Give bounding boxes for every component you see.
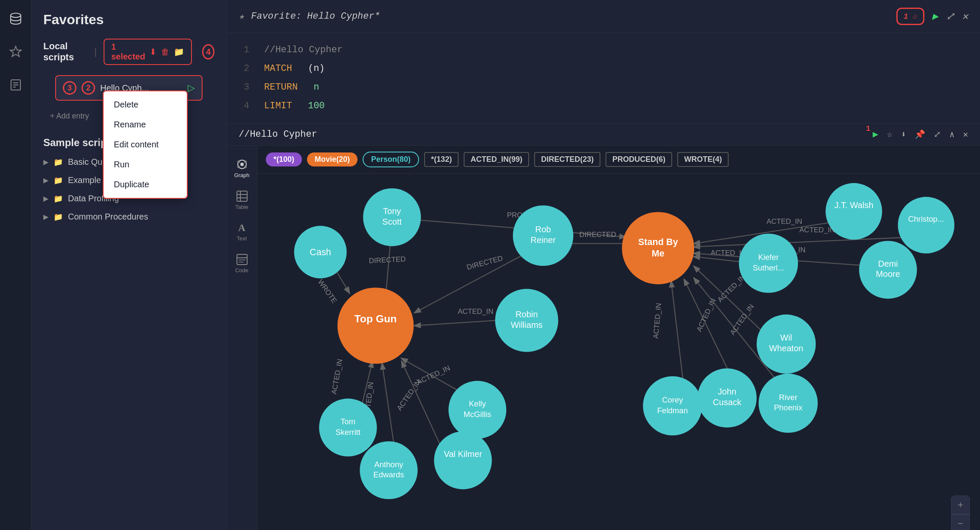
result-expand-button[interactable]: ⤢ bbox=[934, 129, 941, 140]
line-num-4: 4 bbox=[244, 97, 254, 116]
svg-text:Skerritt: Skerritt bbox=[335, 428, 361, 437]
tag-movie[interactable]: Movie(20) bbox=[307, 152, 358, 166]
script-run-button[interactable]: ▷ bbox=[188, 82, 195, 93]
editor-expand-button[interactable]: ⤢ bbox=[946, 10, 955, 23]
context-run[interactable]: Run bbox=[104, 155, 187, 175]
svg-text:Wil: Wil bbox=[780, 333, 792, 342]
tag-acted-in[interactable]: ACTED_IN(99) bbox=[464, 152, 529, 167]
tags-bar: *(100) Movie(20) Person(80) *(132) ACTED… bbox=[257, 146, 980, 174]
icon-sidebar bbox=[0, 0, 31, 530]
svg-text:DIRECTED: DIRECTED bbox=[369, 255, 406, 265]
svg-text:Tony: Tony bbox=[383, 206, 401, 216]
editor-topbar-title: Favorite: Hello Cypher* bbox=[251, 11, 380, 22]
tag-all-rels[interactable]: *(132) bbox=[424, 152, 459, 167]
graph-area: DIRECTED PRODUCED DIRECTED DIRECTED WROT… bbox=[257, 174, 980, 530]
line-num-3: 3 bbox=[244, 78, 254, 97]
result-run-button[interactable]: ▶ bbox=[873, 130, 878, 140]
zoom-in-button[interactable]: + bbox=[951, 496, 970, 514]
svg-text:Robin: Robin bbox=[515, 310, 538, 319]
result-close-button[interactable]: ✕ bbox=[963, 129, 968, 140]
folder-icon: 📁 bbox=[54, 176, 63, 185]
svg-text:WROTE: WROTE bbox=[316, 278, 338, 305]
favorites-title: Favorites bbox=[31, 0, 226, 32]
right-main: ★ Favorite: Hello Cypher* 1 ☆ ▶ ⤢ ✕ 1 //… bbox=[227, 0, 980, 530]
svg-text:Phoenix: Phoenix bbox=[774, 403, 803, 412]
context-delete[interactable]: Delete bbox=[104, 95, 187, 115]
svg-text:Me: Me bbox=[652, 248, 665, 259]
svg-text:Rob: Rob bbox=[535, 225, 551, 234]
step2-badge: 2 bbox=[82, 81, 95, 95]
svg-text:Wheaton: Wheaton bbox=[769, 344, 803, 353]
folder-icon: 📁 bbox=[54, 158, 63, 167]
result-actions: 1 ▶ ☆ ⬇ 📌 ⤢ ∧ ✕ bbox=[873, 129, 968, 140]
editor-run-button[interactable]: ▶ bbox=[932, 10, 938, 23]
tag-all-nodes[interactable]: *(100) bbox=[266, 152, 302, 166]
zoom-out-button[interactable]: − bbox=[951, 514, 970, 530]
node-jt-walsh[interactable] bbox=[825, 183, 882, 240]
editor-topbar-actions: 1 ☆ ▶ ⤢ ✕ bbox=[896, 8, 968, 25]
result-scroll-up-button[interactable]: ∧ bbox=[949, 129, 955, 140]
text-view-button[interactable]: A Text bbox=[227, 216, 257, 248]
download-badge-icon[interactable]: ⬇ bbox=[149, 47, 157, 57]
delete-badge-icon[interactable]: 🗑 bbox=[161, 47, 169, 57]
tag-directed[interactable]: DIRECTED(23) bbox=[534, 152, 600, 167]
node-christop[interactable] bbox=[898, 197, 955, 254]
step1-badge-editor: 1 ☆ bbox=[896, 8, 924, 25]
topbar-star-icon: ★ bbox=[239, 11, 244, 22]
table-view-label: Table bbox=[235, 204, 248, 210]
svg-text:Tom: Tom bbox=[341, 417, 355, 426]
context-duplicate[interactable]: Duplicate bbox=[104, 175, 187, 195]
svg-text:Cash: Cash bbox=[310, 247, 331, 257]
svg-text:Scott: Scott bbox=[382, 217, 402, 226]
graph-view-button[interactable]: Graph bbox=[227, 152, 257, 184]
svg-line-44 bbox=[671, 282, 684, 391]
code-comment: //Hello Cypher bbox=[264, 41, 343, 59]
editor-topbar: ★ Favorite: Hello Cypher* 1 ☆ ▶ ⤢ ✕ bbox=[227, 0, 980, 33]
selected-badge[interactable]: 1 selected ⬇ 🗑 📁 bbox=[104, 39, 192, 65]
result-star-button[interactable]: ☆ bbox=[887, 129, 893, 140]
text-view-label: Text bbox=[237, 235, 247, 242]
svg-text:Sutherl...: Sutherl... bbox=[753, 263, 784, 272]
svg-text:Anthony: Anthony bbox=[374, 460, 403, 469]
svg-point-8 bbox=[237, 161, 240, 163]
folder-common-procedures[interactable]: ▶ 📁 Common Procedures bbox=[31, 208, 226, 226]
folder-badge-icon[interactable]: 📁 bbox=[174, 47, 184, 57]
svg-text:Corey: Corey bbox=[662, 395, 683, 404]
result-title: //Hello Cypher bbox=[239, 129, 317, 140]
editor-star-button[interactable]: ☆ bbox=[912, 11, 917, 22]
context-menu: Delete Rename Edit content Run Duplicate bbox=[103, 90, 188, 199]
svg-point-10 bbox=[237, 166, 240, 168]
divider: | bbox=[94, 46, 97, 57]
context-rename[interactable]: Rename bbox=[104, 115, 187, 135]
database-nav-icon[interactable] bbox=[6, 8, 26, 29]
editor-close-button[interactable]: ✕ bbox=[962, 10, 968, 23]
zoom-controls: + − bbox=[951, 496, 970, 530]
step1-run-wrapper: 1 ▶ bbox=[873, 129, 878, 140]
node-top-gun[interactable] bbox=[338, 288, 414, 364]
svg-text:ACTED_IN: ACTED_IN bbox=[800, 226, 835, 234]
svg-text:ACTED_IN: ACTED_IN bbox=[395, 378, 422, 412]
result-pin-button[interactable]: 📌 bbox=[915, 129, 925, 140]
table-view-button[interactable]: Table bbox=[227, 184, 257, 216]
code-line-3: 3 RETURN n bbox=[244, 78, 963, 97]
star-nav-icon[interactable] bbox=[6, 42, 26, 62]
svg-rect-12 bbox=[237, 191, 247, 201]
file-nav-icon[interactable] bbox=[6, 75, 26, 95]
result-download-button[interactable]: ⬇ bbox=[901, 129, 906, 140]
view-icons-panel: Graph Table A Text bbox=[227, 146, 257, 530]
folder-icon: 📁 bbox=[54, 194, 63, 203]
svg-marker-1 bbox=[10, 46, 21, 56]
result-body: Graph Table A Text bbox=[227, 146, 980, 530]
node-val-kilmer[interactable] bbox=[434, 431, 492, 489]
step1-label: 1 bbox=[866, 124, 870, 133]
tag-produced[interactable]: PRODUCED(6) bbox=[605, 152, 672, 167]
code-match-kw: MATCH bbox=[264, 59, 292, 78]
tag-wrote[interactable]: WROTE(4) bbox=[677, 152, 729, 167]
code-view-button[interactable]: Code bbox=[227, 248, 257, 279]
svg-text:ACTED_IN: ACTED_IN bbox=[330, 358, 344, 395]
context-edit-content[interactable]: Edit content bbox=[104, 135, 187, 155]
svg-text:Moore: Moore bbox=[876, 269, 900, 279]
tag-person[interactable]: Person(80) bbox=[363, 152, 419, 167]
expand-icon: ▶ bbox=[43, 195, 48, 203]
svg-text:ACTED_IN: ACTED_IN bbox=[652, 303, 663, 339]
